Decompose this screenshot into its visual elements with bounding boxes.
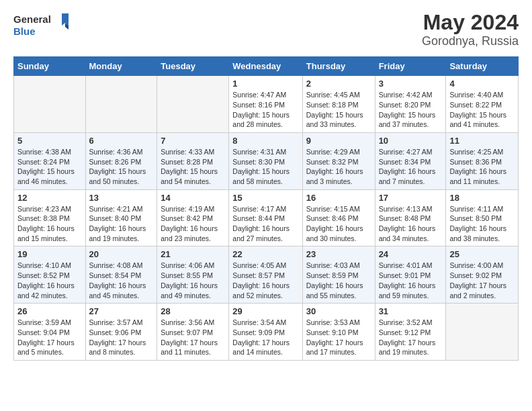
day-number: 11 <box>449 136 515 146</box>
calendar-cell <box>446 304 519 361</box>
day-info: Sunrise: 3:59 AM Sunset: 9:04 PM Dayligh… <box>17 318 82 357</box>
day-info: Sunrise: 4:15 AM Sunset: 8:46 PM Dayligh… <box>306 204 371 244</box>
header-tuesday: Tuesday <box>157 57 229 76</box>
day-info: Sunrise: 4:40 AM Sunset: 8:22 PM Dayligh… <box>449 90 515 130</box>
day-info: Sunrise: 4:13 AM Sunset: 8:48 PM Dayligh… <box>379 204 443 244</box>
calendar-cell: 29Sunrise: 3:54 AM Sunset: 9:09 PM Dayli… <box>229 304 302 361</box>
day-info: Sunrise: 4:08 AM Sunset: 8:54 PM Dayligh… <box>89 261 154 300</box>
calendar-table: Sunday Monday Tuesday Wednesday Thursday… <box>13 56 519 361</box>
calendar-cell: 8Sunrise: 4:31 AM Sunset: 8:30 PM Daylig… <box>229 132 302 189</box>
day-number: 27 <box>89 306 154 316</box>
day-info: Sunrise: 4:05 AM Sunset: 8:57 PM Dayligh… <box>232 261 298 300</box>
day-info: Sunrise: 4:21 AM Sunset: 8:40 PM Dayligh… <box>89 204 154 244</box>
calendar-title: May 2024 <box>422 11 519 34</box>
day-number: 12 <box>17 193 82 203</box>
day-number: 24 <box>379 249 443 259</box>
day-number: 5 <box>17 136 82 146</box>
calendar-cell: 3Sunrise: 4:42 AM Sunset: 8:20 PM Daylig… <box>375 76 446 133</box>
calendar-cell: 31Sunrise: 3:52 AM Sunset: 9:12 PM Dayli… <box>375 304 446 361</box>
calendar-cell: 14Sunrise: 4:19 AM Sunset: 8:42 PM Dayli… <box>157 189 229 246</box>
day-number: 18 <box>449 193 515 203</box>
calendar-cell: 30Sunrise: 3:53 AM Sunset: 9:10 PM Dayli… <box>302 304 375 361</box>
calendar-cell: 9Sunrise: 4:29 AM Sunset: 8:32 PM Daylig… <box>302 132 375 189</box>
day-info: Sunrise: 4:10 AM Sunset: 8:52 PM Dayligh… <box>17 261 82 300</box>
day-number: 6 <box>89 136 154 146</box>
day-info: Sunrise: 4:00 AM Sunset: 9:02 PM Dayligh… <box>449 261 515 300</box>
calendar-cell: 24Sunrise: 4:01 AM Sunset: 9:01 PM Dayli… <box>375 246 446 304</box>
calendar-cell: 19Sunrise: 4:10 AM Sunset: 8:52 PM Dayli… <box>14 246 86 304</box>
calendar-cell: 20Sunrise: 4:08 AM Sunset: 8:54 PM Dayli… <box>85 246 157 304</box>
calendar-cell <box>157 76 229 133</box>
calendar-cell: 27Sunrise: 3:57 AM Sunset: 9:06 PM Dayli… <box>85 304 157 361</box>
day-number: 25 <box>449 249 515 259</box>
day-info: Sunrise: 3:57 AM Sunset: 9:06 PM Dayligh… <box>89 318 154 357</box>
day-number: 17 <box>379 193 443 203</box>
day-number: 10 <box>379 136 443 146</box>
calendar-cell: 10Sunrise: 4:27 AM Sunset: 8:34 PM Dayli… <box>375 132 446 189</box>
calendar-cell: 13Sunrise: 4:21 AM Sunset: 8:40 PM Dayli… <box>85 189 157 246</box>
day-info: Sunrise: 4:47 AM Sunset: 8:16 PM Dayligh… <box>232 90 298 130</box>
calendar-cell: 22Sunrise: 4:05 AM Sunset: 8:57 PM Dayli… <box>229 246 302 304</box>
day-number: 14 <box>161 193 225 203</box>
day-number: 31 <box>379 306 443 316</box>
day-number: 22 <box>232 249 298 259</box>
header-wednesday: Wednesday <box>229 57 302 76</box>
calendar-cell: 26Sunrise: 3:59 AM Sunset: 9:04 PM Dayli… <box>14 304 86 361</box>
day-info: Sunrise: 3:56 AM Sunset: 9:07 PM Dayligh… <box>161 318 225 357</box>
header-friday: Friday <box>375 57 446 76</box>
day-number: 21 <box>161 249 225 259</box>
day-info: Sunrise: 4:23 AM Sunset: 8:38 PM Dayligh… <box>17 204 82 244</box>
calendar-cell: 21Sunrise: 4:06 AM Sunset: 8:55 PM Dayli… <box>157 246 229 304</box>
calendar-cell: 12Sunrise: 4:23 AM Sunset: 8:38 PM Dayli… <box>14 189 86 246</box>
day-info: Sunrise: 4:29 AM Sunset: 8:32 PM Dayligh… <box>306 147 371 187</box>
day-number: 15 <box>232 193 298 203</box>
day-info: Sunrise: 4:31 AM Sunset: 8:30 PM Dayligh… <box>232 147 298 187</box>
header: General Blue May 2024 Gorodnya, Russia <box>13 11 519 48</box>
day-number: 2 <box>306 79 371 89</box>
day-number: 20 <box>89 249 154 259</box>
day-info: Sunrise: 4:03 AM Sunset: 8:59 PM Dayligh… <box>306 261 371 300</box>
logo-text: General Blue <box>13 11 74 43</box>
day-info: Sunrise: 3:53 AM Sunset: 9:10 PM Dayligh… <box>306 318 371 357</box>
calendar-cell: 2Sunrise: 4:45 AM Sunset: 8:18 PM Daylig… <box>302 76 375 133</box>
calendar-page: General Blue May 2024 Gorodnya, Russia S… <box>0 0 532 411</box>
calendar-cell: 18Sunrise: 4:11 AM Sunset: 8:50 PM Dayli… <box>446 189 519 246</box>
calendar-cell: 25Sunrise: 4:00 AM Sunset: 9:02 PM Dayli… <box>446 246 519 304</box>
header-saturday: Saturday <box>446 57 519 76</box>
calendar-cell: 15Sunrise: 4:17 AM Sunset: 8:44 PM Dayli… <box>229 189 302 246</box>
calendar-cell: 17Sunrise: 4:13 AM Sunset: 8:48 PM Dayli… <box>375 189 446 246</box>
day-number: 26 <box>17 306 82 316</box>
calendar-cell: 11Sunrise: 4:25 AM Sunset: 8:36 PM Dayli… <box>446 132 519 189</box>
calendar-header-row: Sunday Monday Tuesday Wednesday Thursday… <box>14 57 519 76</box>
day-info: Sunrise: 4:36 AM Sunset: 8:26 PM Dayligh… <box>89 147 154 187</box>
svg-text:General: General <box>13 13 51 25</box>
calendar-cell: 16Sunrise: 4:15 AM Sunset: 8:46 PM Dayli… <box>302 189 375 246</box>
day-number: 28 <box>161 306 225 316</box>
calendar-cell: 23Sunrise: 4:03 AM Sunset: 8:59 PM Dayli… <box>302 246 375 304</box>
calendar-cell: 1Sunrise: 4:47 AM Sunset: 8:16 PM Daylig… <box>229 76 302 133</box>
logo-svg: General Blue <box>13 11 74 40</box>
header-sunday: Sunday <box>14 57 86 76</box>
calendar-cell <box>85 76 157 133</box>
day-info: Sunrise: 4:45 AM Sunset: 8:18 PM Dayligh… <box>306 90 371 130</box>
calendar-cell: 28Sunrise: 3:56 AM Sunset: 9:07 PM Dayli… <box>157 304 229 361</box>
day-info: Sunrise: 4:27 AM Sunset: 8:34 PM Dayligh… <box>379 147 443 187</box>
calendar-cell <box>14 76 86 133</box>
day-info: Sunrise: 4:38 AM Sunset: 8:24 PM Dayligh… <box>17 147 82 187</box>
day-info: Sunrise: 4:42 AM Sunset: 8:20 PM Dayligh… <box>379 90 443 130</box>
calendar-subtitle: Gorodnya, Russia <box>422 34 519 48</box>
day-number: 8 <box>232 136 298 146</box>
calendar-cell: 4Sunrise: 4:40 AM Sunset: 8:22 PM Daylig… <box>446 76 519 133</box>
header-monday: Monday <box>85 57 157 76</box>
header-thursday: Thursday <box>302 57 375 76</box>
day-number: 19 <box>17 249 82 259</box>
calendar-cell: 7Sunrise: 4:33 AM Sunset: 8:28 PM Daylig… <box>157 132 229 189</box>
day-number: 30 <box>306 306 371 316</box>
calendar-cell: 6Sunrise: 4:36 AM Sunset: 8:26 PM Daylig… <box>85 132 157 189</box>
day-info: Sunrise: 4:19 AM Sunset: 8:42 PM Dayligh… <box>161 204 225 244</box>
day-number: 3 <box>379 79 443 89</box>
day-number: 16 <box>306 193 371 203</box>
day-info: Sunrise: 4:01 AM Sunset: 9:01 PM Dayligh… <box>379 261 443 300</box>
day-number: 7 <box>161 136 225 146</box>
calendar-cell: 5Sunrise: 4:38 AM Sunset: 8:24 PM Daylig… <box>14 132 86 189</box>
